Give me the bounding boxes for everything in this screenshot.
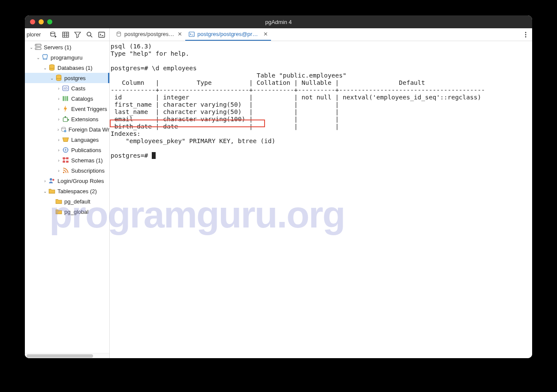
tree-catalogs[interactable]: ›Catalogs <box>25 93 109 104</box>
database-icon <box>116 31 122 37</box>
subscriptions-icon <box>62 167 69 174</box>
search-icon <box>86 31 93 38</box>
titlebar: pgAdmin 4 <box>25 15 532 28</box>
search-objects-button[interactable] <box>84 30 96 40</box>
chevron-right-icon: › <box>56 96 62 101</box>
terminal-line: Table "public.employees" <box>111 72 346 79</box>
tree-login-roles[interactable]: ›Login/Group Roles <box>25 176 109 186</box>
tree-label: Extensions <box>71 116 99 123</box>
svg-rect-30 <box>66 161 69 163</box>
tabbar-menu-button[interactable] <box>519 28 532 41</box>
tree-db-postgres[interactable]: ⌄postgres <box>25 73 109 83</box>
svg-rect-37 <box>189 32 194 36</box>
chevron-right-icon: › <box>56 148 62 153</box>
object-tree[interactable]: ⌄Servers (1) ⌄programguru ⌄Databases (1)… <box>25 41 109 353</box>
tree-label: Tablespaces (2) <box>57 188 97 195</box>
filter-icon <box>74 31 81 38</box>
servers-icon <box>34 43 42 51</box>
svg-rect-8 <box>99 32 105 37</box>
svg-point-35 <box>52 179 54 181</box>
languages-icon <box>62 136 69 144</box>
tree-pg-default[interactable]: ›pg_default <box>25 196 109 206</box>
chevron-right-icon: › <box>56 158 62 163</box>
tree-databases[interactable]: ⌄Databases (1) <box>25 63 109 73</box>
window-title: pgAdmin 4 <box>265 19 292 25</box>
sidebar-toolbar: plorer <box>25 28 109 41</box>
terminal-line: postgres=# \d employees <box>111 65 197 72</box>
svg-point-11 <box>36 45 37 46</box>
tree-extensions[interactable]: ›Extensions <box>25 114 109 124</box>
view-data-button[interactable] <box>60 30 72 40</box>
chevron-down-icon: ⌄ <box>42 189 48 194</box>
svg-point-38 <box>525 32 527 33</box>
svg-point-6 <box>87 32 91 36</box>
filter-rows-button[interactable] <box>72 30 84 40</box>
app-body: plorer <box>25 28 532 358</box>
tree-event-triggers[interactable]: ›Event Triggers <box>25 104 109 114</box>
terminal-line: first_name | character varying(50) | | | <box>111 101 339 108</box>
app-window: pgAdmin 4 plorer <box>25 15 532 358</box>
folder-icon <box>48 187 56 195</box>
tree-label: Languages <box>71 137 99 143</box>
tree-tablespaces[interactable]: ⌄Tablespaces (2) <box>25 186 109 196</box>
folder-icon <box>55 208 63 215</box>
trigger-icon <box>62 105 69 113</box>
query-tool-button[interactable] <box>48 30 60 40</box>
tab-psql[interactable]: postgres/postgres@programguru ✕ <box>185 28 271 41</box>
terminal-line: Type "help" for help. <box>111 50 189 57</box>
tab-query-tool[interactable]: postgres/postgres… ✕ <box>112 28 185 41</box>
tree-languages[interactable]: ›Languages <box>25 135 109 145</box>
terminal-line: "employees_pkey" PRIMARY KEY, btree (id) <box>111 138 275 144</box>
terminal-line: psql (16.3) <box>111 43 152 50</box>
tree-label: Catalogs <box>71 96 93 102</box>
svg-rect-9 <box>35 44 41 46</box>
psql-terminal[interactable]: psql (16.3) Type "help" for help. postgr… <box>110 41 532 358</box>
zoom-window-button[interactable] <box>47 19 52 24</box>
publications-icon <box>62 146 69 154</box>
minimize-window-button[interactable] <box>39 19 44 24</box>
tree-publications[interactable]: ›Publications <box>25 145 109 155</box>
database-icon <box>55 74 63 82</box>
tree-label: Schemas (1) <box>71 157 103 164</box>
tree-pg-global[interactable]: ›pg_global <box>25 206 109 217</box>
tree-subscriptions[interactable]: ›Subscriptions <box>25 165 109 176</box>
svg-point-39 <box>525 34 527 35</box>
tree-label: Servers (1) <box>44 44 71 51</box>
tree-casts[interactable]: ›abCasts <box>25 83 109 93</box>
svg-point-12 <box>36 48 37 49</box>
sidebar-scrollbar[interactable] <box>25 353 109 358</box>
close-tab-button[interactable]: ✕ <box>177 31 183 37</box>
terminal-line: ------------+------------------------+--… <box>111 87 485 93</box>
terminal-icon <box>189 31 195 37</box>
terminal-line: Column | Type | Collation | Nullable | D… <box>111 79 425 86</box>
tabbar: postgres/postgres… ✕ postgres/postgres@p… <box>110 28 532 41</box>
svg-text:ab: ab <box>63 86 68 90</box>
tree-server-programguru[interactable]: ⌄programguru <box>25 52 109 63</box>
tree-schemas[interactable]: ›Schemas (1) <box>25 155 109 165</box>
chevron-right-icon: › <box>56 168 62 173</box>
tree-label: Publications <box>71 147 101 153</box>
terminal-prompt: postgres=# <box>111 152 152 159</box>
tab-label: postgres/postgres@programguru <box>197 31 260 37</box>
chevron-right-icon: › <box>56 86 62 91</box>
close-window-button[interactable] <box>30 19 35 24</box>
tree-foreign-data-wrappers[interactable]: ›Foreign Data Wr <box>25 124 109 135</box>
schemas-icon <box>62 156 69 164</box>
svg-point-33 <box>63 172 64 173</box>
table-icon <box>62 31 69 38</box>
tree-servers[interactable]: ⌄Servers (1) <box>25 42 109 52</box>
svg-point-24 <box>64 130 66 132</box>
svg-point-23 <box>62 127 66 129</box>
sidebar-panel-label: plorer <box>27 31 41 38</box>
tree-label: postgres <box>64 75 86 81</box>
svg-point-36 <box>117 32 121 33</box>
svg-rect-22 <box>68 119 69 120</box>
roles-icon <box>48 177 56 185</box>
svg-rect-21 <box>65 116 66 117</box>
tree-label: Login/Group Roles <box>57 178 104 184</box>
psql-tool-button[interactable] <box>96 30 108 40</box>
tree-label: pg_default <box>64 198 90 205</box>
elephant-icon <box>41 54 49 61</box>
tree-label: Databases (1) <box>57 65 93 71</box>
close-tab-button[interactable]: ✕ <box>262 31 268 37</box>
